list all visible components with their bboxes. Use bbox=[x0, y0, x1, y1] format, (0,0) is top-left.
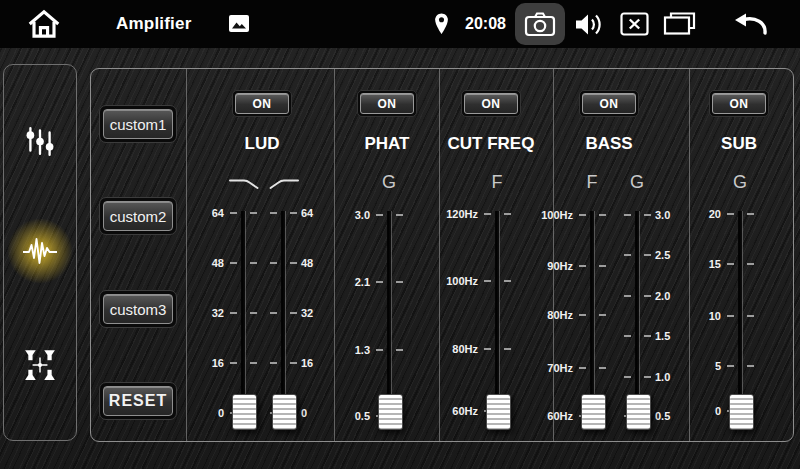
tick-mark bbox=[250, 212, 257, 214]
tick-label: 3.0 bbox=[324, 209, 370, 221]
tick-mark bbox=[290, 262, 297, 264]
on-button-label: ON bbox=[712, 93, 766, 114]
cutfreq-band-label: F bbox=[477, 172, 517, 192]
tick-mark bbox=[250, 362, 257, 364]
phat-band-label: G bbox=[369, 172, 409, 192]
bass-on-button[interactable]: ON bbox=[579, 90, 639, 117]
lud-title: LUD bbox=[192, 133, 332, 155]
gallery-icon bbox=[228, 14, 250, 33]
tick-label: 32 bbox=[178, 307, 224, 319]
tick-mark bbox=[747, 315, 754, 317]
tick-mark bbox=[727, 263, 734, 265]
tick-mark bbox=[579, 367, 586, 369]
filter-curve-down-icon bbox=[229, 177, 259, 191]
sidebar-item-sound-effects[interactable] bbox=[16, 227, 64, 275]
close-box-icon bbox=[620, 12, 649, 36]
tick-mark bbox=[376, 281, 383, 283]
tick-label: 0.5 bbox=[324, 410, 370, 422]
gallery-button[interactable] bbox=[228, 14, 250, 33]
sub-band-label: G bbox=[720, 172, 760, 192]
sub-on-button[interactable]: ON bbox=[709, 90, 769, 117]
tick-label: 60Hz bbox=[527, 410, 573, 422]
reset-label: RESET bbox=[103, 386, 173, 416]
tick-mark bbox=[579, 265, 586, 267]
tick-label: 1.5 bbox=[655, 330, 701, 342]
sidebar bbox=[3, 64, 77, 441]
tick-mark bbox=[396, 281, 403, 283]
bass-fader-thumb[interactable] bbox=[581, 394, 606, 430]
tick-mark bbox=[644, 295, 651, 297]
tick-mark bbox=[727, 213, 734, 215]
tick-label: 15 bbox=[675, 258, 721, 270]
tick-mark bbox=[624, 376, 631, 378]
lud-fader-thumb[interactable] bbox=[232, 394, 257, 430]
tick-mark bbox=[599, 367, 606, 369]
tick-mark bbox=[579, 314, 586, 316]
tick-label: 48 bbox=[301, 257, 347, 269]
filter-curve-up-icon bbox=[269, 177, 299, 191]
custom1-button[interactable]: custom1 bbox=[99, 105, 177, 143]
tick-mark bbox=[270, 262, 277, 264]
tick-mark bbox=[579, 214, 586, 216]
tick-mark bbox=[599, 265, 606, 267]
back-button[interactable] bbox=[730, 11, 770, 37]
cutfreq-fader-thumb[interactable] bbox=[486, 394, 511, 430]
tick-mark bbox=[624, 214, 631, 216]
tick-mark bbox=[290, 362, 297, 364]
bass-fader-thumb[interactable] bbox=[626, 394, 651, 430]
phat-fader-thumb[interactable] bbox=[378, 394, 403, 430]
amplifier-panel: custom1 custom2 custom3 RESET ONLUD64483… bbox=[90, 68, 794, 442]
reset-button[interactable]: RESET bbox=[99, 382, 177, 420]
screenshot-button[interactable] bbox=[515, 3, 565, 45]
tick-mark bbox=[484, 280, 491, 282]
home-button[interactable] bbox=[26, 9, 62, 39]
equalizer-sliders-icon bbox=[24, 125, 56, 157]
tick-label: 5 bbox=[675, 360, 721, 372]
column-divider bbox=[186, 69, 187, 441]
tick-label: 2.0 bbox=[655, 290, 701, 302]
tick-label: 100Hz bbox=[432, 275, 478, 287]
tick-mark bbox=[250, 262, 257, 264]
tick-mark bbox=[504, 280, 511, 282]
tick-label: 90Hz bbox=[527, 260, 573, 272]
column-divider bbox=[334, 69, 335, 441]
tick-mark bbox=[747, 263, 754, 265]
tick-label: 80Hz bbox=[527, 309, 573, 321]
tick-label: 32 bbox=[301, 307, 347, 319]
lud-fader-thumb[interactable] bbox=[272, 394, 297, 430]
tick-mark bbox=[230, 262, 237, 264]
tick-mark bbox=[230, 312, 237, 314]
custom3-button[interactable]: custom3 bbox=[99, 290, 177, 328]
tick-mark bbox=[290, 312, 297, 314]
on-button-label: ON bbox=[464, 93, 518, 114]
back-arrow-icon bbox=[730, 11, 770, 37]
volume-button[interactable] bbox=[574, 11, 605, 38]
tick-label: 60Hz bbox=[432, 405, 478, 417]
tick-mark bbox=[290, 212, 297, 214]
tick-mark bbox=[644, 214, 651, 216]
tick-mark bbox=[230, 212, 237, 214]
tick-mark bbox=[747, 365, 754, 367]
phat-on-button[interactable]: ON bbox=[357, 90, 417, 117]
custom2-label: custom2 bbox=[103, 201, 173, 231]
tick-mark bbox=[270, 362, 277, 364]
tick-label: 1.3 bbox=[324, 344, 370, 356]
camera-icon bbox=[524, 11, 556, 37]
sidebar-item-equalizer[interactable] bbox=[16, 117, 64, 165]
bass-title: BASS bbox=[539, 133, 679, 155]
sub-title: SUB bbox=[669, 133, 800, 155]
column-divider bbox=[439, 69, 440, 441]
close-app-button[interactable] bbox=[620, 12, 649, 36]
recent-apps-button[interactable] bbox=[663, 11, 696, 37]
custom1-label: custom1 bbox=[103, 109, 173, 139]
sidebar-item-speaker-balance[interactable] bbox=[16, 341, 64, 389]
on-button-label: ON bbox=[582, 93, 636, 114]
custom2-button[interactable]: custom2 bbox=[99, 197, 177, 235]
tick-mark bbox=[624, 254, 631, 256]
lud-on-button[interactable]: ON bbox=[232, 90, 292, 117]
tick-mark bbox=[644, 376, 651, 378]
tick-mark bbox=[270, 212, 277, 214]
sub-fader-thumb[interactable] bbox=[729, 394, 754, 430]
on-button-label: ON bbox=[235, 93, 289, 114]
cutfreq-on-button[interactable]: ON bbox=[461, 90, 521, 117]
